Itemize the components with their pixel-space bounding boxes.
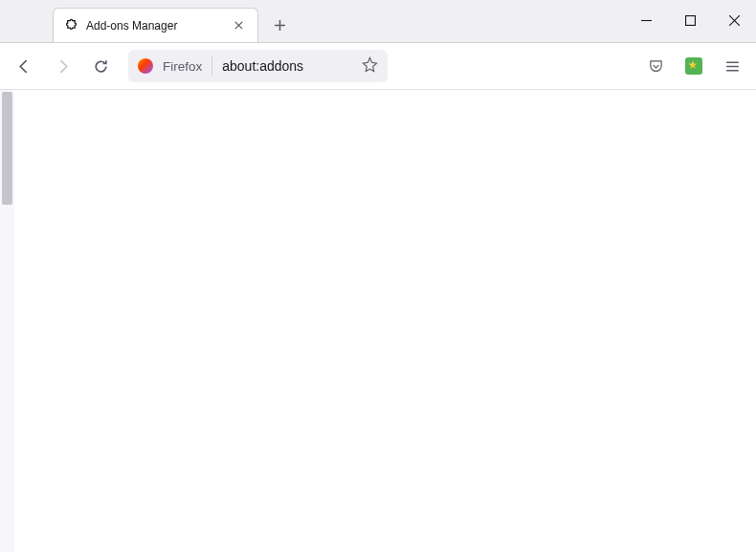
scrollbar-thumb[interactable] — [2, 92, 12, 205]
tab-close-button[interactable] — [229, 16, 248, 35]
browser-tab[interactable]: Add-ons Manager — [53, 8, 258, 42]
window-minimize-button[interactable] — [624, 0, 668, 42]
navigation-toolbar: Firefox about:addons — [0, 43, 756, 90]
bookmark-star-icon[interactable] — [362, 56, 378, 77]
window-maximize-button[interactable] — [668, 0, 712, 42]
tab-title: Add-ons Manager — [86, 19, 229, 33]
app-menu-button[interactable] — [716, 50, 748, 82]
extension-button[interactable] — [678, 50, 710, 82]
new-tab-button[interactable] — [264, 10, 295, 40]
window-close-button[interactable] — [712, 0, 756, 42]
star-extension-icon — [685, 57, 702, 75]
url-bar[interactable]: Firefox about:addons — [128, 50, 388, 82]
puzzle-icon — [63, 18, 78, 33]
identity-label: Firefox — [163, 59, 202, 74]
back-button[interactable] — [8, 50, 40, 82]
window-titlebar: Add-ons Manager — [0, 0, 756, 43]
forward-button[interactable] — [46, 50, 78, 82]
firefox-icon — [138, 58, 153, 74]
reload-button[interactable] — [84, 50, 117, 82]
svg-rect-0 — [685, 16, 695, 26]
pocket-button[interactable] — [639, 50, 672, 82]
scrollbar[interactable] — [0, 90, 14, 552]
url-text: about:addons — [222, 58, 352, 74]
